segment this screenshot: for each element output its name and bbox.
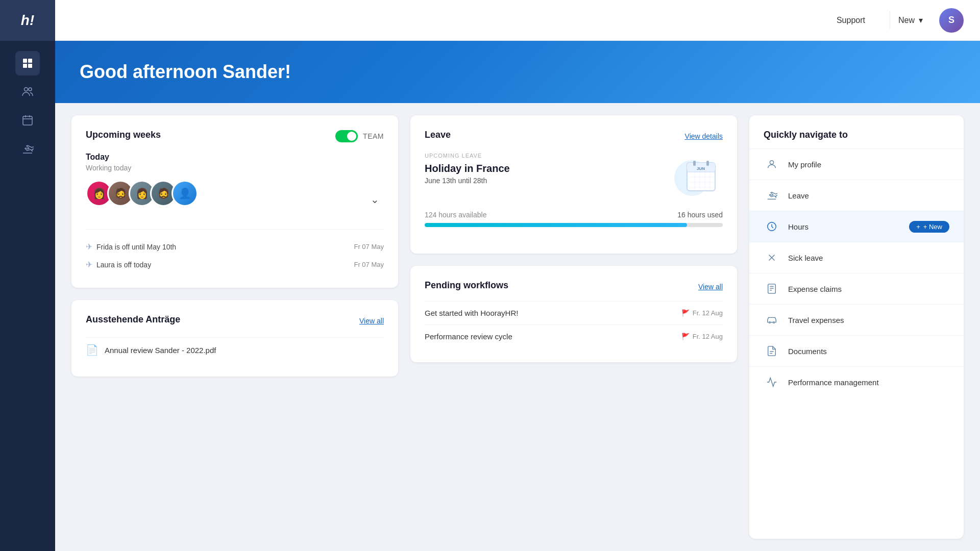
svg-point-35 (773, 322, 775, 323)
sidebar-item-people[interactable] (15, 80, 40, 104)
navigate-item-travel-expenses[interactable]: Travel expenses (749, 304, 964, 335)
leave-card: Leave View details UPCOMING LEAVE Holida… (410, 115, 737, 254)
today-section: Today Working today 👩 🧔 👩 🧔 👤 (86, 153, 384, 273)
hours-used: 16 hours used (677, 211, 723, 219)
workflow-item: Get started with HoorayHR! 🚩 Fr. 12 Aug (425, 301, 723, 324)
support-button[interactable]: Support (828, 12, 873, 29)
app-logo[interactable]: h! (0, 0, 55, 41)
plane-icon (764, 187, 780, 204)
navigate-item-sick-leave[interactable]: Sick leave (749, 242, 964, 273)
svg-point-34 (769, 322, 771, 323)
navigate-label-performance-management: Performance management (788, 378, 879, 387)
document-icon: 📄 (86, 344, 99, 356)
leave-item-text: Frida is off until May 10th (96, 243, 176, 251)
flag-icon: 🚩 (681, 309, 690, 317)
today-heading: Today (86, 153, 384, 162)
greeting-text: Good afternoon Sander! (80, 61, 955, 83)
pending-view-all-link[interactable]: View all (698, 283, 723, 291)
cross-icon (764, 249, 780, 266)
navigate-label-documents: Documents (788, 347, 827, 356)
svg-point-5 (29, 88, 32, 91)
pending-header: Pending workflows View all (425, 280, 723, 293)
upcoming-leave-label: UPCOMING LEAVE (425, 153, 510, 159)
upcoming-weeks-title: Upcoming weeks (86, 130, 161, 140)
svg-rect-6 (23, 116, 32, 125)
hours-available: 124 hours available (425, 211, 486, 219)
car-icon (764, 312, 780, 328)
user-avatar[interactable]: S (939, 8, 964, 33)
ausstehende-title: Ausstehende Anträge (86, 314, 180, 325)
greeting-banner: Good afternoon Sander! (55, 41, 980, 103)
leave-item-date: Fr 07 May (354, 243, 384, 251)
hours-progress-fill (425, 223, 687, 227)
navigate-label-travel-expenses: Travel expenses (788, 316, 844, 324)
svg-rect-0 (23, 59, 27, 63)
ausstehende-card: Ausstehende Anträge View all 📄 Annual re… (71, 300, 398, 377)
leave-items-list: ✈ Frida is off until May 10th Fr 07 May … (86, 229, 384, 273)
svg-point-25 (770, 161, 773, 164)
navigate-label-expense-claims: Expense claims (788, 285, 842, 293)
header: Support New ▾ S (55, 0, 980, 41)
content: Good afternoon Sander! Upcoming weeks TE… (55, 41, 980, 551)
chevron-down-icon: ▾ (919, 15, 923, 25)
document-name: Annual review Sander - 2022.pdf (105, 346, 216, 355)
svg-rect-1 (28, 59, 32, 63)
svg-rect-24 (706, 161, 709, 166)
ausstehende-header: Ausstehende Anträge View all (86, 314, 384, 327)
expand-avatars-button[interactable]: ⌄ (365, 190, 384, 209)
calendar-illustration: JUN (672, 153, 723, 198)
plane-icon: ✈ (86, 242, 92, 252)
holiday-title: Holiday in France (425, 163, 510, 174)
sidebar-item-calendar[interactable] (15, 108, 40, 133)
team-toggle-switch[interactable] (335, 130, 358, 142)
holiday-dates: June 13th until 28th (425, 177, 510, 185)
leave-view-details-link[interactable]: View details (685, 132, 723, 140)
plane-icon: ✈ (86, 260, 92, 269)
navigate-item-performance-management[interactable]: Performance management (749, 366, 964, 397)
hours-progress-bar (425, 223, 723, 227)
avatar-5: 👤 (172, 180, 198, 207)
document-item: 📄 Annual review Sander - 2022.pdf (86, 337, 384, 362)
team-avatars: 👩 🧔 👩 🧔 👤 (86, 180, 193, 207)
chart-icon (764, 374, 780, 390)
navigate-item-my-profile[interactable]: My profile (749, 148, 964, 180)
navigate-card: Quickly navigate to My profile Leave (749, 115, 964, 539)
middle-column: Leave View details UPCOMING LEAVE Holida… (410, 115, 737, 539)
navigate-item-documents[interactable]: Documents (749, 335, 964, 366)
main-area: Support New ▾ S Good afternoon Sander! U… (55, 0, 980, 551)
upcoming-header: Upcoming weeks TEAM (86, 130, 384, 142)
navigate-label-my-profile: My profile (788, 160, 821, 169)
team-label: TEAM (363, 132, 384, 140)
pending-workflows-title: Pending workflows (425, 280, 508, 291)
navigate-item-expense-claims[interactable]: Expense claims (749, 273, 964, 304)
person-icon (764, 156, 780, 172)
workflow-date: 🚩 Fr. 12 Aug (681, 309, 723, 317)
sidebar-item-travel[interactable] (15, 137, 40, 161)
workflow-item: Performance review cycle 🚩 Fr. 12 Aug (425, 324, 723, 348)
svg-rect-3 (28, 64, 32, 68)
navigate-item-hours[interactable]: Hours + + New (749, 211, 964, 242)
sidebar-item-dashboard[interactable] (15, 51, 40, 76)
svg-point-4 (24, 88, 28, 91)
navigate-header: Quickly navigate to (749, 115, 964, 148)
navigate-label-hours: Hours (788, 222, 808, 231)
leave-item: ✈ Frida is off until May 10th Fr 07 May (86, 238, 384, 256)
new-button[interactable]: New ▾ (890, 11, 931, 29)
navigate-item-leave[interactable]: Leave (749, 180, 964, 211)
dashboard-grid: Upcoming weeks TEAM Today Working today … (55, 103, 980, 551)
sidebar: h! (0, 0, 55, 551)
workflow-date: 🚩 Fr. 12 Aug (681, 333, 723, 340)
workflow-name: Performance review cycle (425, 332, 512, 341)
leave-item-date: Fr 07 May (354, 261, 384, 268)
hours-new-badge: + + New (909, 221, 949, 233)
leave-hours: 124 hours available 16 hours used (425, 211, 723, 219)
leave-card-header: Leave View details (425, 130, 723, 142)
svg-rect-2 (23, 64, 27, 68)
ausstehende-view-all-link[interactable]: View all (359, 317, 384, 325)
flag-icon: 🚩 (681, 333, 690, 340)
chevron-down-icon: ⌄ (371, 193, 379, 206)
pending-workflows-card: Pending workflows View all Get started w… (410, 266, 737, 362)
navigate-label-sick-leave: Sick leave (788, 254, 823, 262)
svg-rect-30 (768, 284, 776, 293)
leave-title: Leave (425, 130, 451, 140)
